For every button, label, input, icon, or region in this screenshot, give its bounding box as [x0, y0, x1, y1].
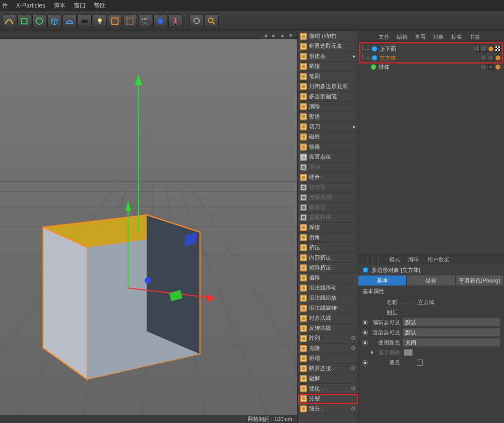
radio-icon[interactable]	[362, 360, 368, 366]
context-item-7[interactable]: 消除	[298, 102, 358, 112]
radio-icon[interactable]	[362, 340, 368, 345]
tool-xyz-icon[interactable]: XYZ	[138, 14, 152, 28]
attr-menu-mode[interactable]: 模式	[389, 256, 400, 263]
gear-icon[interactable]: ⚙	[351, 345, 356, 351]
phong-tag-icon[interactable]	[495, 64, 501, 70]
attr-menu-edit[interactable]: 编辑	[408, 256, 419, 263]
attr-value-name[interactable]: 立方体	[418, 299, 500, 306]
obj-tab-object[interactable]: 对象	[433, 33, 444, 41]
editor-vis-toggle[interactable]	[474, 46, 480, 52]
context-item-0[interactable]: 撤销 (动作)	[298, 31, 358, 41]
object-row-sphere[interactable]: 球体 ✓	[361, 62, 501, 72]
context-item-19[interactable]: 焊接	[298, 223, 358, 233]
context-item-5[interactable]: 封闭多边形孔洞	[298, 82, 358, 92]
gear-icon[interactable]: ⚙	[351, 335, 356, 341]
context-item-22[interactable]: 内部挤压	[298, 253, 358, 263]
tool-camera-icon[interactable]	[78, 14, 92, 28]
context-item-36[interactable]: 分裂	[298, 394, 358, 404]
tool-subdiv-icon[interactable]	[32, 14, 46, 28]
gear-icon[interactable]: ⚙	[351, 405, 356, 412]
context-item-21[interactable]: 挤压	[298, 243, 358, 253]
obj-tab-file[interactable]: 文件	[379, 33, 390, 41]
object-manager[interactable]: 上下面 立方体	[358, 42, 504, 254]
radio-icon[interactable]	[362, 330, 368, 335]
context-item-6[interactable]: 多边形画笔	[298, 92, 358, 102]
menu-file[interactable]: 件	[2, 2, 8, 10]
radio-icon[interactable]	[362, 320, 368, 325]
context-item-icon	[300, 144, 307, 151]
context-item-23[interactable]: 矩阵挤压	[298, 263, 358, 273]
menu-window[interactable]: 窗口	[74, 2, 86, 10]
object-row-cube[interactable]: 立方体	[361, 53, 501, 62]
editor-vis-toggle[interactable]	[481, 64, 487, 70]
menu-xparticles[interactable]: X-Particles	[16, 2, 45, 9]
svg-rect-66	[301, 286, 305, 290]
context-item-35[interactable]: 优化...⚙	[298, 384, 358, 394]
menu-script[interactable]: 脚本	[53, 2, 66, 10]
attr-menu-userdata[interactable]: 用户数据	[427, 256, 450, 263]
context-item-3[interactable]: 桥接	[298, 61, 358, 72]
object-row-topbottom[interactable]: 上下面	[361, 44, 501, 53]
context-item-16: 连接点/边	[298, 192, 358, 202]
attr-value-editor-vis[interactable]: 默认	[403, 318, 500, 326]
menu-help[interactable]: 帮助	[94, 2, 106, 10]
render-vis-toggle[interactable]	[481, 46, 487, 52]
tool-record-icon[interactable]	[153, 14, 167, 28]
context-item-28[interactable]: 对齐法线	[298, 313, 358, 323]
context-item-31[interactable]: 克隆⚙	[298, 343, 358, 354]
tool-cube-icon[interactable]	[47, 14, 61, 28]
context-item-25[interactable]: 沿法线移动	[298, 283, 358, 293]
checkbox-xray[interactable]	[417, 360, 423, 366]
context-item-34[interactable]: 融解	[298, 374, 358, 384]
context-item-14[interactable]: 缝合	[298, 172, 358, 182]
tool-history-icon[interactable]	[190, 14, 204, 28]
context-item-37[interactable]: 细分...⚙	[298, 404, 358, 414]
attr-tab-basic[interactable]: 基本	[358, 275, 407, 286]
context-item-12[interactable]: 设置点值	[298, 152, 358, 162]
context-item-8[interactable]: 熨烫	[298, 112, 358, 122]
obj-tab-view[interactable]: 查看	[415, 33, 426, 41]
context-item-9[interactable]: 切刀▸	[298, 122, 358, 132]
selection-tag-icon[interactable]	[495, 46, 501, 52]
tool-render-region-icon[interactable]	[123, 14, 137, 28]
attr-tab-coord[interactable]: 坐标	[407, 275, 455, 286]
context-item-33[interactable]: 断开连接...⚙	[298, 364, 358, 374]
context-item-10[interactable]: 磁铁	[298, 132, 358, 142]
obj-tab-tags[interactable]: 标签	[451, 33, 462, 41]
render-vis-toggle[interactable]	[488, 55, 494, 61]
attr-value-render-vis[interactable]: 默认	[403, 328, 500, 336]
context-item-20[interactable]: 倒角	[298, 233, 358, 243]
render-vis-toggle[interactable]: ✓	[488, 64, 494, 70]
context-item-26[interactable]: 沿法线缩放	[298, 293, 358, 303]
context-item-4[interactable]: 笔刷	[298, 72, 358, 82]
tool-floor-icon[interactable]	[62, 14, 77, 28]
obj-tab-bookmarks[interactable]: 书签	[469, 33, 480, 41]
context-item-30[interactable]: 阵列⚙	[298, 333, 358, 343]
tool-render-icon[interactable]	[108, 14, 122, 28]
context-item-2[interactable]: 创建点▸	[298, 51, 358, 61]
gear-icon[interactable]: ⚙	[351, 365, 356, 372]
context-item-24[interactable]: 偏移	[298, 273, 358, 283]
attr-tab-phong[interactable]: 平滑着色(Phong)	[456, 275, 504, 286]
context-item-32[interactable]: 坍塌	[298, 354, 358, 364]
phong-tag-icon[interactable]	[495, 55, 501, 61]
tool-search-icon[interactable]	[205, 14, 219, 28]
chevron-right-icon[interactable]	[371, 350, 373, 355]
context-item-29[interactable]: 反转法线	[298, 323, 358, 333]
context-item-27[interactable]: 沿法线旋转	[298, 303, 358, 313]
context-item-11[interactable]: 镜像	[298, 142, 358, 152]
tool-rig-icon[interactable]	[168, 14, 182, 28]
gear-icon[interactable]: ⚙	[351, 385, 356, 392]
svg-rect-65	[301, 276, 305, 280]
obj-tab-edit[interactable]: 编辑	[397, 33, 408, 41]
tool-null-icon[interactable]	[17, 14, 31, 28]
color-swatch[interactable]	[404, 349, 413, 356]
tool-light-icon[interactable]	[93, 14, 107, 28]
attr-value-use-color[interactable]: 关闭	[403, 338, 500, 346]
context-item-1[interactable]: 框显选取元素	[298, 41, 358, 51]
phong-tag-icon[interactable]	[488, 46, 494, 52]
viewport-canvas[interactable]	[0, 39, 297, 415]
editor-vis-toggle[interactable]	[481, 55, 487, 61]
viewport-nav-icons[interactable]: ◄ ► ▲ ▼	[0, 31, 297, 39]
tool-spline-icon[interactable]	[2, 14, 16, 28]
